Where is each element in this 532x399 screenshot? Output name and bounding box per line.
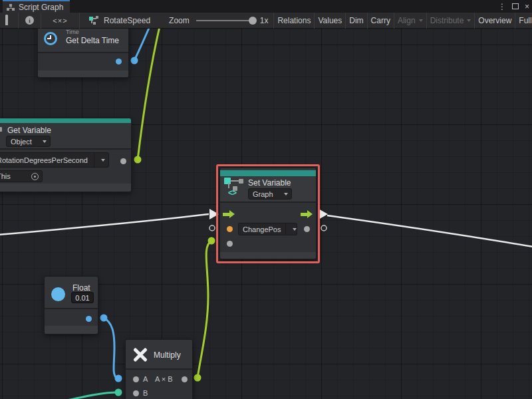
- multiply-output-port[interactable]: [182, 376, 188, 382]
- cable-end-dot: [115, 389, 122, 396]
- node-get-delta-time[interactable]: Time Get Delta Time: [37, 24, 129, 78]
- cable-white-flow-out: [327, 215, 532, 247]
- value-input-port[interactable]: [227, 241, 233, 247]
- chevron-down-icon: [285, 223, 300, 235]
- node-set-variable[interactable]: <> Set Variable Graph ChangePos: [219, 168, 317, 259]
- graph-breadcrumb-icon: [89, 16, 99, 25]
- variable-name-dropdown[interactable]: ChangePos: [238, 223, 297, 235]
- flow-arrowhead-in: [209, 209, 219, 219]
- multiply-input-b-port[interactable]: [133, 390, 139, 396]
- float-type-icon: [51, 287, 65, 301]
- maximize-icon[interactable]: [512, 3, 519, 9]
- lock-icon: [5, 16, 13, 25]
- cable-end-dot: [115, 375, 122, 382]
- variable-graph-icon: <>: [0, 125, 5, 148]
- node-title: Float: [72, 283, 90, 293]
- carry-button[interactable]: Carry: [368, 13, 394, 29]
- variable-teal-strip: [220, 170, 316, 176]
- chevron-down-icon: [36, 136, 50, 146]
- hidden-port-ring: [321, 225, 327, 231]
- variable-name-dropdown[interactable]: RotationDegreesPerSecond: [0, 152, 109, 168]
- more-menu-icon[interactable]: ⋮: [498, 3, 506, 11]
- node-get-variable[interactable]: <> Get Variable Object RotationDegreesPe…: [0, 118, 132, 192]
- cable-end-dot: [194, 374, 201, 382]
- multiply-x-icon: [131, 345, 150, 364]
- breadcrumb-label: RotateSpeed: [104, 16, 150, 25]
- variable-graph-icon: <>: [223, 177, 247, 200]
- set-variable-output-port[interactable]: [304, 226, 310, 232]
- variable-teal-strip: [0, 118, 131, 123]
- chevron-down-icon: [467, 19, 471, 22]
- close-icon[interactable]: ×: [525, 3, 529, 11]
- tab-script-graph[interactable]: Script Graph: [3, 0, 70, 13]
- zoom-slider-handle[interactable]: [249, 17, 257, 25]
- port-label-a: A: [143, 375, 148, 383]
- values-button[interactable]: Values: [315, 13, 345, 29]
- variable-scope-dropdown[interactable]: Object: [6, 136, 51, 147]
- zoom-label: Zoom: [169, 16, 190, 25]
- lock-button[interactable]: [0, 13, 18, 29]
- variable-name-input-port[interactable]: [227, 226, 233, 232]
- port-label-result: A × B: [155, 375, 173, 383]
- cable-lime-multiply-to-set: [198, 241, 211, 378]
- cable-end-dot: [134, 156, 142, 164]
- distribute-button[interactable]: Distribute: [427, 13, 475, 29]
- cable-teal-to-multiply-b: [55, 392, 118, 399]
- node-title: Set Variable: [248, 178, 291, 188]
- cable-end-dot: [100, 315, 108, 322]
- time-clock-icon: [44, 32, 57, 45]
- cable-end-dot: [208, 237, 215, 245]
- overview-button[interactable]: Overview: [475, 13, 515, 29]
- zoom-value: 1x: [260, 16, 269, 25]
- node-float[interactable]: Float 0.01: [44, 276, 98, 334]
- code-view-icon: <×>: [53, 17, 67, 25]
- graph-icon: [7, 4, 15, 11]
- tab-title: Script Graph: [19, 3, 63, 12]
- node-multiply[interactable]: Multiply A A × B B: [125, 339, 193, 399]
- float-output-port[interactable]: [86, 316, 92, 322]
- script-graph-window: Time Get Delta Time <> Get Variable Obje…: [0, 0, 532, 399]
- flow-input-port[interactable]: [223, 210, 235, 219]
- zoom-slider[interactable]: [196, 20, 255, 21]
- full-screen-button[interactable]: Full Screen: [515, 13, 532, 29]
- flow-arrowhead-out: [319, 209, 328, 219]
- node-title: Multiply: [154, 350, 181, 360]
- variable-target-field[interactable]: This: [0, 170, 43, 182]
- node-title: Get Delta Time: [66, 36, 119, 45]
- breadcrumb[interactable]: RotateSpeed: [80, 13, 158, 29]
- info-icon: i: [25, 16, 34, 25]
- multiply-input-a-port[interactable]: [133, 376, 139, 382]
- info-button[interactable]: i: [19, 13, 41, 29]
- float-value-input[interactable]: 0.01: [71, 292, 94, 303]
- chevron-down-icon: [94, 153, 108, 167]
- flow-output-port[interactable]: [301, 210, 313, 219]
- relations-button[interactable]: Relations: [274, 13, 314, 29]
- cable-end-dot: [131, 57, 138, 65]
- cable-blue-delta-time: [134, 27, 150, 61]
- dim-button[interactable]: Dim: [346, 13, 366, 29]
- node-kind-label: Time: [66, 29, 79, 35]
- port-label-b: B: [143, 389, 148, 397]
- variable-scope-dropdown[interactable]: Graph: [248, 188, 292, 200]
- code-view-button[interactable]: <×>: [41, 13, 79, 29]
- delta-time-output-port[interactable]: [116, 59, 122, 65]
- chevron-down-icon: [419, 19, 423, 22]
- tab-bar: Script Graph ⋮ ×: [0, 0, 532, 13]
- object-picker-icon[interactable]: [31, 173, 39, 180]
- cable-blue-float-to-multiply: [104, 318, 117, 378]
- hidden-port-ring: [209, 225, 215, 231]
- get-variable-output-port[interactable]: [120, 158, 126, 164]
- cable-white-flow-in: [0, 214, 209, 235]
- graph-toolbar: i <×> RotateSpeed Zoom 1x Relations Valu…: [0, 13, 532, 29]
- node-title: Get Variable: [7, 126, 51, 135]
- align-button[interactable]: Align: [394, 13, 426, 29]
- chevron-down-icon: [277, 189, 291, 199]
